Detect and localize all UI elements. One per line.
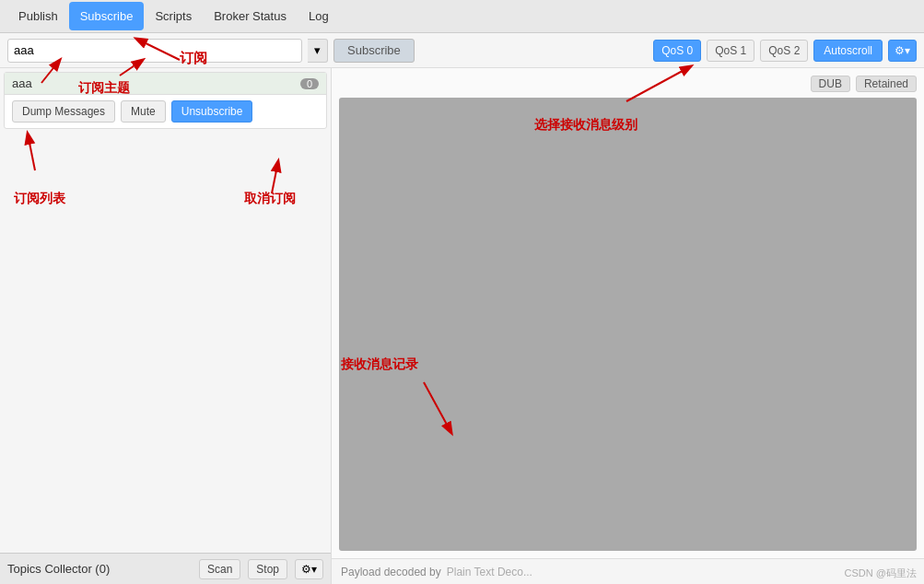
tab-publish[interactable]: Publish bbox=[7, 2, 69, 30]
tab-scripts[interactable]: Scripts bbox=[144, 2, 203, 30]
tab-subscribe[interactable]: Subscribe bbox=[69, 2, 145, 30]
qos0-button[interactable]: QoS 0 bbox=[653, 40, 701, 62]
payload-bar: Payload decoded by Plain Text Deco... bbox=[332, 558, 924, 584]
dub-badge: DUB bbox=[811, 76, 850, 92]
subscribe-toolbar: ▾ Subscribe QoS 0 QoS 1 QoS 2 Autoscroll… bbox=[0, 33, 924, 68]
topic-input[interactable] bbox=[7, 39, 302, 63]
scan-button[interactable]: Scan bbox=[199, 559, 240, 579]
brand-watermark: CSDN @码里法 bbox=[845, 566, 917, 580]
toolbar-settings-button[interactable]: ⚙▾ bbox=[888, 40, 917, 62]
dump-messages-button[interactable]: Dump Messages bbox=[12, 100, 115, 123]
tab-log[interactable]: Log bbox=[298, 2, 340, 30]
stop-button[interactable]: Stop bbox=[248, 559, 287, 579]
subscription-item: aaa 0 Dump Messages Mute Unsubscribe bbox=[4, 72, 327, 129]
message-area: DUB Retained bbox=[332, 68, 924, 558]
qos1-button[interactable]: QoS 1 bbox=[707, 40, 754, 62]
right-panel: DUB Retained Payload decoded by Plain Te… bbox=[332, 68, 924, 584]
autoscroll-button[interactable]: Autoscroll bbox=[813, 40, 883, 62]
subscribe-button[interactable]: Subscribe bbox=[333, 39, 415, 63]
message-meta-row: DUB Retained bbox=[339, 76, 917, 92]
main-content: aaa 0 Dump Messages Mute Unsubscribe Top… bbox=[0, 68, 924, 584]
left-panel: aaa 0 Dump Messages Mute Unsubscribe Top… bbox=[0, 68, 332, 584]
nav-bar: Publish Subscribe Scripts Broker Status … bbox=[0, 0, 924, 33]
sub-count-badge: 0 bbox=[300, 78, 319, 89]
topics-collector-bar: Topics Collector (0) Scan Stop ⚙▾ bbox=[0, 553, 331, 584]
unsubscribe-button[interactable]: Unsubscribe bbox=[171, 100, 253, 123]
subscription-list: aaa 0 Dump Messages Mute Unsubscribe bbox=[0, 68, 331, 553]
message-content-box bbox=[339, 98, 917, 551]
subscription-item-header: aaa 0 bbox=[5, 73, 326, 95]
topic-dropdown-btn[interactable]: ▾ bbox=[308, 39, 328, 63]
collector-settings-button[interactable]: ⚙▾ bbox=[295, 559, 323, 579]
mute-button[interactable]: Mute bbox=[121, 100, 166, 123]
qos2-button[interactable]: QoS 2 bbox=[760, 40, 808, 62]
sub-topic-label: aaa bbox=[12, 76, 300, 90]
retained-badge: Retained bbox=[856, 76, 917, 92]
payload-label: Payload decoded by bbox=[341, 566, 441, 578]
collector-label: Topics Collector (0) bbox=[7, 562, 192, 576]
tab-broker-status[interactable]: Broker Status bbox=[203, 2, 298, 30]
subscription-item-actions: Dump Messages Mute Unsubscribe bbox=[5, 95, 326, 128]
payload-value: Plain Text Deco... bbox=[447, 566, 532, 578]
